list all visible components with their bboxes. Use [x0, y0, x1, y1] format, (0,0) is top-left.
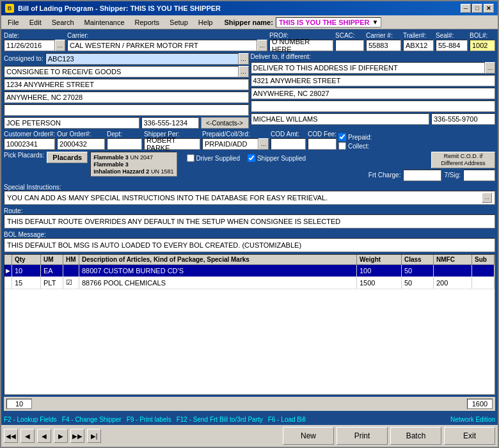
nav-prev[interactable]: ◀ — [37, 429, 51, 443]
row-sub-1[interactable] — [472, 277, 495, 289]
prepaid-checkbox[interactable] — [338, 133, 346, 141]
consignee-line3[interactable]: ANYWHERE, NC 27028 — [4, 92, 249, 103]
menu-help[interactable]: Help — [194, 17, 217, 28]
row-weight-1[interactable]: 1500 — [357, 277, 402, 289]
hotkey-f2[interactable]: F2 - Lookup Fields — [4, 416, 57, 423]
date-ellipsis[interactable]: … — [55, 40, 65, 51]
nav-next-next[interactable]: ▶▶ — [70, 429, 84, 443]
consignee-line1[interactable]: CONSIGNEE TO RECEIVE GOODS — [4, 66, 239, 77]
shipper-supplied-checkbox[interactable] — [248, 154, 255, 162]
contacts-btn[interactable]: <-Contacts-> — [201, 117, 249, 129]
consignee-line2[interactable]: 1234 ANYWHERE STREET — [4, 79, 249, 90]
collect-checkbox-label[interactable]: Collect: — [338, 142, 372, 150]
deliver-contact[interactable]: MICHAEL WILLAMS — [251, 113, 430, 125]
bol-field[interactable]: 1002 — [470, 40, 495, 51]
deliver-line2[interactable]: 4321 ANYWHERE STREET — [251, 75, 496, 86]
deliver-line3[interactable]: ANYWHERE, NC 28027 — [251, 88, 496, 99]
hotkey-f6[interactable]: F6 - Load Bill — [268, 416, 306, 423]
seal-field[interactable]: 55-884 — [436, 40, 468, 51]
close-button[interactable]: ✕ — [484, 4, 494, 13]
nav-prev-prev[interactable]: ◀ — [20, 429, 35, 443]
menu-file[interactable]: File — [4, 17, 23, 28]
hotkey-f12[interactable]: F12 - Send Frt Bill to/3rd Party — [177, 416, 263, 423]
route-field[interactable]: THIS DEFAULT ROUTE OVERRIDES ANY DEFAULT… — [4, 214, 495, 228]
carrier-num-field[interactable]: 55883 — [366, 40, 401, 51]
row-um-1[interactable]: PLT — [41, 277, 63, 289]
minimize-button[interactable]: ─ — [461, 4, 471, 13]
menu-reports[interactable]: Reports — [131, 17, 164, 28]
table-row[interactable]: ▶ 10 EA 88007 CUSTOM BURNED CD'S 100 50 — [4, 265, 495, 277]
shipper-name-box[interactable]: THIS IS YOU THE SHIPPER ▼ — [276, 17, 382, 28]
nav-last[interactable]: ▶| — [87, 429, 101, 443]
prepaid-ellipsis[interactable]: … — [258, 138, 269, 150]
menu-setup[interactable]: Setup — [166, 17, 192, 28]
row-weight-0[interactable]: 100 — [357, 265, 402, 276]
sig-field[interactable] — [463, 170, 495, 181]
cod-fee-field[interactable] — [308, 138, 337, 150]
print-button[interactable]: Print — [337, 427, 388, 445]
pro-field[interactable]: O NUMBER HERE — [269, 40, 333, 51]
row-hm-0[interactable] — [63, 265, 79, 276]
prepaid-field[interactable]: PRPAID/ADD — [202, 138, 258, 150]
deliver-phone[interactable]: 336-555-9700 — [431, 113, 495, 125]
row-sub-0[interactable] — [472, 265, 495, 276]
menu-edit[interactable]: Edit — [26, 17, 45, 28]
row-nmfc-1[interactable]: 200 — [434, 277, 472, 289]
driver-supplied-label[interactable]: Driver Supplied — [187, 154, 240, 162]
placards-button[interactable]: Placards — [47, 152, 88, 163]
our-order-field[interactable]: 2000432 — [57, 138, 105, 150]
batch-button[interactable]: Batch — [390, 427, 441, 445]
instructions-ellipsis[interactable]: … — [482, 193, 492, 203]
shipper-per-field[interactable]: ROBERT PARKE — [144, 138, 200, 150]
date-label: Date: — [4, 32, 65, 39]
table-row[interactable]: 15 PLT ☑ 88766 POOL CHEMICALS 1500 50 20… — [4, 277, 495, 289]
collect-checkbox[interactable] — [338, 142, 346, 150]
carrier-field[interactable]: CAL WESTERN / PARKER MOTOR FRT — [67, 40, 257, 51]
prepaid-checkbox-label[interactable]: Prepaid: — [338, 133, 372, 141]
hotkey-f4[interactable]: F4 - Change Shipper — [62, 416, 122, 423]
driver-supplied-checkbox[interactable] — [187, 154, 194, 162]
nav-first[interactable]: ◀◀ — [4, 429, 18, 443]
row-nmfc-0[interactable] — [434, 265, 472, 276]
deliver-line1[interactable]: DELIVER TO THIS ADDRESS IF DIFFERENT — [251, 62, 486, 74]
dept-field[interactable] — [107, 138, 142, 150]
cod-amt-field[interactable] — [271, 138, 306, 150]
hotkey-f9[interactable]: F9 - Print labels — [127, 416, 171, 423]
main-window: B Bill of Lading Program - Shipper: THIS… — [0, 0, 499, 448]
deliver-line1-ellipsis[interactable]: … — [485, 62, 495, 74]
row-class-0[interactable]: 50 — [402, 265, 434, 276]
frt-charge-field[interactable] — [403, 170, 441, 181]
deliver-line4[interactable] — [251, 100, 496, 112]
customer-order-label: Customer Order#: — [4, 131, 55, 138]
exit-button[interactable]: Exit — [444, 427, 495, 445]
bol-message-field[interactable]: THIS DEFAULT BOL MSG IS AUTO LOADED TO E… — [4, 238, 495, 252]
row-class-1[interactable]: 50 — [402, 277, 434, 289]
scac-field[interactable] — [335, 40, 364, 51]
special-instructions-field[interactable]: YOU CAN ADD AS MANY SPECIAL INSTRUCTIONS… — [4, 191, 495, 205]
nav-next[interactable]: ▶ — [54, 429, 68, 443]
row-hm-1[interactable]: ☑ — [63, 277, 79, 289]
consignee-line1-ellipsis[interactable]: … — [239, 66, 249, 77]
shipper-dropdown-icon[interactable]: ▼ — [372, 19, 378, 26]
row-qty-0[interactable]: 10 — [12, 265, 41, 276]
row-qty-1[interactable]: 15 — [12, 277, 41, 289]
consignee-contact[interactable]: JOE PETERSON — [4, 117, 139, 129]
consignee-line4[interactable] — [4, 104, 249, 116]
row-desc-0[interactable]: 88007 CUSTOM BURNED CD'S — [79, 265, 357, 276]
row-desc-1[interactable]: 88766 POOL CHEMICALS — [79, 277, 357, 289]
consignee-ref-ellipsis[interactable]: … — [239, 53, 249, 65]
main-content: Date: 11/26/2016 … Carrier: CAL WESTERN … — [1, 29, 498, 413]
menu-search[interactable]: Search — [48, 17, 78, 28]
menu-maintenance[interactable]: Maintenance — [81, 17, 129, 28]
consignee-ref[interactable]: ABC123 — [45, 53, 239, 65]
date-field[interactable]: 11/26/2016 — [4, 40, 55, 51]
customer-order-field[interactable]: 10002341 — [4, 138, 55, 150]
shipper-supplied-label[interactable]: Shipper Supplied — [248, 154, 306, 162]
new-button[interactable]: New — [283, 427, 334, 445]
remit-cod-button[interactable]: Remit C.O.D. if Different Address — [431, 152, 495, 168]
carrier-ellipsis[interactable]: … — [257, 40, 267, 51]
maximize-button[interactable]: □ — [472, 4, 482, 13]
row-um-0[interactable]: EA — [41, 265, 63, 276]
trailer-field[interactable]: ABX12 — [403, 40, 434, 51]
consignee-phone[interactable]: 336-555-1234 — [141, 117, 199, 129]
